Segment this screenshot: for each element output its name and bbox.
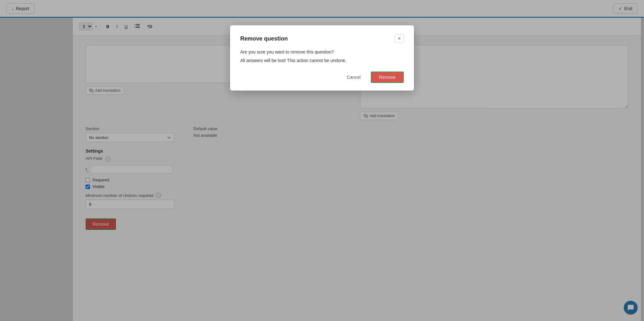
modal-line2: All answers will be lost! This action ca… — [240, 57, 404, 64]
modal-overlay[interactable]: Remove question × Are you sure you want … — [0, 0, 644, 321]
modal-title: Remove question — [240, 35, 288, 42]
modal-header: Remove question × — [240, 34, 404, 43]
remove-question-modal: Remove question × Are you sure you want … — [230, 25, 414, 91]
modal-body: Are you sure you want to remove this que… — [240, 49, 404, 64]
modal-line1: Are you sure you want to remove this que… — [240, 49, 404, 55]
modal-footer: Cancel Remove — [240, 72, 404, 83]
modal-close-button[interactable]: × — [395, 34, 404, 43]
modal-remove-button[interactable]: Remove — [371, 72, 404, 83]
modal-cancel-button[interactable]: Cancel — [340, 72, 367, 82]
